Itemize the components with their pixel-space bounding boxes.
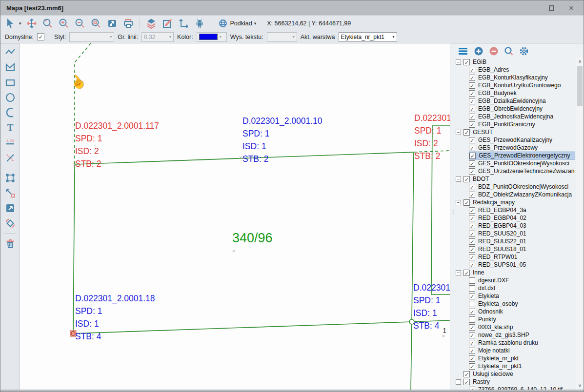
- podklad-button[interactable]: Podkład ▾: [215, 17, 261, 30]
- layer-row[interactable]: ✓EGB_Budynek: [454, 89, 575, 97]
- layer-label[interactable]: Ramka szablonu druku: [478, 339, 538, 346]
- layer-row[interactable]: ✓EGB_ObrebEwidencyjny: [454, 105, 575, 113]
- layer-checkbox[interactable]: ✓: [469, 231, 475, 237]
- layer-label[interactable]: Etykieta: [478, 293, 499, 299]
- layer-label[interactable]: GES_PrzewodElektroenergetyczny: [479, 152, 570, 159]
- layer-label[interactable]: EGB_KonturKlasyfikacyjny: [478, 74, 548, 81]
- maximize-icon[interactable]: [549, 5, 554, 11]
- collapse-icon[interactable]: −: [456, 200, 461, 205]
- layer-row[interactable]: ✓RED_SUPS01_05: [454, 261, 575, 269]
- layer-checkbox[interactable]: ✓: [469, 223, 475, 229]
- layer-row[interactable]: ✓RED_EGBP04_03: [454, 222, 575, 230]
- layer-row[interactable]: dxf.dxf: [454, 284, 575, 292]
- zoom-in-button[interactable]: [57, 17, 71, 30]
- akt-warstwa-combobox[interactable]: Etykieta_nr_pkt1▾: [339, 32, 397, 42]
- layer-checkbox[interactable]: ✓: [469, 82, 475, 89]
- layers-button[interactable]: [144, 17, 159, 30]
- layer-row[interactable]: −✓BDOT: [454, 175, 575, 183]
- layer-label[interactable]: RED_EGBP04_03: [478, 222, 526, 229]
- layer-label[interactable]: BDZ_PunktOOkreslonejWysokosci: [478, 183, 568, 190]
- map-canvas[interactable]: ××××1 D.022301_2.0001.117SPD: 1ISD: 2STB…: [20, 43, 450, 390]
- layer-row[interactable]: ✓RED_EGBP04_3a: [454, 206, 575, 214]
- layer-row[interactable]: −✓Rastry: [454, 378, 575, 386]
- layer-label[interactable]: EGB_DzialkaEwidencyjna: [478, 98, 546, 104]
- text-button[interactable]: T: [3, 121, 17, 134]
- layer-checkbox[interactable]: ✓: [469, 348, 475, 354]
- layer-row[interactable]: ✓EGB_Adres: [454, 66, 575, 74]
- layer-checkbox[interactable]: ✓: [469, 145, 475, 151]
- layer-label[interactable]: RED_SUUS18_01: [478, 246, 526, 253]
- layer-row[interactable]: ✓RED_SUUS22_01: [454, 237, 575, 245]
- full-extent-button[interactable]: [105, 17, 120, 30]
- layer-row[interactable]: ✓GES_PrzewodKanalizacyjny: [454, 136, 575, 144]
- layer-label[interactable]: Rastry: [473, 378, 490, 385]
- layer-label[interactable]: GES_UrzadzenieTechniczneZwiazaneZSiec: [478, 168, 575, 175]
- layer-row[interactable]: ✓0003_kla.shp: [454, 323, 575, 331]
- layer-checkbox[interactable]: ✓: [469, 293, 475, 299]
- collapse-icon[interactable]: −: [456, 59, 461, 65]
- layer-checkbox[interactable]: ✓: [469, 332, 475, 338]
- layer-row[interactable]: −✓Inne: [454, 269, 575, 276]
- layer-checkbox[interactable]: ✓: [469, 355, 475, 362]
- layer-checkbox[interactable]: ✓: [469, 160, 475, 167]
- layer-row[interactable]: ✓Usługi sieciowe: [454, 370, 575, 378]
- styl-combobox[interactable]: ▾: [69, 32, 114, 42]
- layer-row[interactable]: Punkty: [454, 315, 575, 323]
- layer-label[interactable]: RED_RTPW01: [478, 254, 517, 260]
- pan-button[interactable]: [24, 17, 39, 30]
- circle-button[interactable]: [3, 91, 17, 104]
- layer-row[interactable]: ✓EGB_KonturKlasyfikacyjny: [454, 74, 575, 81]
- layer-label[interactable]: GES_PrzewodGazowy: [478, 144, 538, 151]
- layer-label[interactable]: Usługi sieciowe: [473, 371, 513, 377]
- layer-label[interactable]: Odnosnik: [478, 308, 503, 315]
- layer-checkbox[interactable]: ✓: [463, 371, 470, 377]
- layer-label[interactable]: Inne: [473, 269, 484, 276]
- layer-label[interactable]: nowe_dz_gis3.SHP: [478, 332, 529, 338]
- layer-checkbox[interactable]: [469, 285, 475, 292]
- layer-label[interactable]: BDZ_ObiektZwiazanyZKomunikacja: [478, 191, 572, 198]
- layer-row[interactable]: ✓Etykieta: [454, 292, 575, 300]
- layer-settings-button[interactable]: [519, 46, 529, 56]
- axes-button[interactable]: [176, 17, 191, 30]
- layer-label[interactable]: EGB_Budynek: [478, 90, 517, 97]
- layer-checkbox[interactable]: ✓: [469, 153, 476, 159]
- layer-checkbox[interactable]: ✓: [469, 309, 475, 315]
- layer-label[interactable]: GESUT: [473, 129, 493, 136]
- layer-label[interactable]: Redakcja_mapy: [473, 199, 515, 206]
- layer-row[interactable]: −✓Redakcja_mapy: [454, 198, 575, 206]
- layer-checkbox[interactable]: [469, 277, 475, 284]
- layer-checkbox[interactable]: ✓: [469, 363, 475, 370]
- layer-row[interactable]: ✓73766_929769_6_140_12_10.tif: [454, 386, 575, 390]
- split-line-button[interactable]: [3, 152, 17, 164]
- android-export-button[interactable]: [192, 17, 207, 30]
- dimension-button[interactable]: -1.23-: [3, 137, 17, 149]
- layer-label[interactable]: RED_SUUS20_01: [478, 230, 526, 237]
- layer-row[interactable]: ✓Etykieta_nr_pkt1: [454, 362, 575, 370]
- tree-scrollbar[interactable]: ∧ ∨: [576, 57, 584, 390]
- delete-button[interactable]: [3, 237, 17, 250]
- layer-row[interactable]: ✓BDZ_ObiektZwiazanyZKomunikacja: [454, 191, 575, 198]
- layer-row[interactable]: dgesut.DXF: [454, 276, 575, 284]
- layer-row[interactable]: ✓EGB_KonturUzytkuGruntowego: [454, 81, 575, 89]
- layer-row[interactable]: ✓RED_SUUS20_01: [454, 230, 575, 237]
- layer-label[interactable]: EGB_ObrebEwidencyjny: [478, 105, 543, 112]
- layer-row[interactable]: Etykieta_osoby: [454, 300, 575, 308]
- layer-label[interactable]: Punkty: [478, 316, 496, 323]
- layer-label[interactable]: dxf.dxf: [478, 285, 495, 292]
- layer-label[interactable]: EGB_PunktGraniczny: [478, 121, 535, 128]
- layer-row[interactable]: ✓GES_PrzewodGazowy: [454, 144, 575, 152]
- layer-checkbox[interactable]: ✓: [469, 75, 475, 81]
- layer-row[interactable]: ✓RED_RTPW01: [454, 253, 575, 261]
- layer-checkbox[interactable]: ✓: [469, 207, 475, 214]
- layer-checkbox[interactable]: ✓: [463, 129, 470, 136]
- layer-row[interactable]: ✓GES_PrzewodElektroenergetyczny: [454, 152, 575, 159]
- wys-tekstu-combobox[interactable]: ▾: [267, 32, 297, 42]
- collapse-icon[interactable]: −: [456, 130, 461, 135]
- layer-checkbox[interactable]: ✓: [469, 262, 475, 268]
- scroll-down-icon[interactable]: ∨: [576, 383, 584, 388]
- layer-label[interactable]: dgesut.DXF: [478, 277, 509, 284]
- layer-row[interactable]: −✓EGiB: [454, 58, 575, 66]
- zoom-out-button[interactable]: [73, 17, 87, 30]
- layer-label[interactable]: EGB_JednostkaEwidencyjna: [478, 113, 553, 120]
- layer-label[interactable]: Etykieta_nr_pkt: [478, 355, 519, 362]
